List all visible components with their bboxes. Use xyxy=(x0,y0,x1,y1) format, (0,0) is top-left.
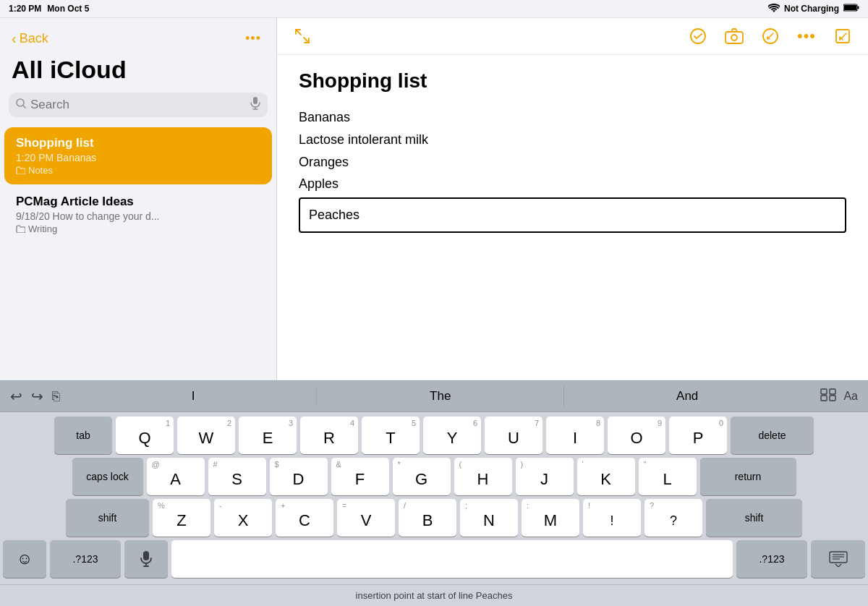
checklist-icon[interactable] xyxy=(687,25,709,47)
autocomplete-word-1[interactable]: I xyxy=(70,386,317,406)
key-H[interactable]: (H xyxy=(454,458,512,495)
note-detail: ••• Shopping list Bananas Lactose intole… xyxy=(277,18,868,380)
key-I[interactable]: 8I xyxy=(546,417,604,454)
expand-icon[interactable] xyxy=(292,25,313,47)
copy-icon[interactable]: ⎘ xyxy=(52,389,60,404)
key-N[interactable]: ;N xyxy=(460,499,518,537)
note-item-pcmag[interactable]: PCMag Article Ideas 9/18/20 How to chang… xyxy=(4,186,272,243)
note-item-title: Shopping list xyxy=(16,136,260,150)
autocomplete-word-3[interactable]: And xyxy=(564,386,810,406)
key-U[interactable]: 7U xyxy=(485,417,542,454)
key-S[interactable]: #S xyxy=(208,458,266,495)
key-exclaim[interactable]: !! xyxy=(583,499,641,537)
font-size-icon[interactable]: Aa xyxy=(843,390,858,403)
status-bar: 1:20 PM Mon Oct 5 Not Charging xyxy=(0,0,868,18)
search-input[interactable] xyxy=(30,98,246,112)
shift-right-key[interactable]: shift xyxy=(706,499,802,537)
key-question[interactable]: ?? xyxy=(644,499,702,537)
sidebar-header: ‹ Back ••• xyxy=(0,18,276,56)
key-J[interactable]: )J xyxy=(516,458,574,495)
back-button[interactable]: ‹ Back xyxy=(12,30,48,47)
numbers-key-right[interactable]: .?123 xyxy=(736,540,807,578)
status-left: 1:20 PM Mon Oct 5 xyxy=(9,4,89,14)
battery-label: Not Charging xyxy=(784,4,839,14)
svg-rect-27 xyxy=(143,551,149,560)
emoji-key[interactable]: ☺ xyxy=(3,540,46,578)
time: 1:20 PM xyxy=(9,4,41,14)
return-key[interactable]: return xyxy=(700,458,796,495)
key-V[interactable]: =V xyxy=(337,499,395,537)
key-Q[interactable]: 1Q xyxy=(116,417,174,454)
note-toolbar: ••• xyxy=(277,18,868,55)
status-right: Not Charging xyxy=(768,4,859,14)
autocomplete-word-2[interactable]: The xyxy=(317,386,563,406)
key-E[interactable]: 3E xyxy=(239,417,297,454)
key-G[interactable]: *G xyxy=(393,458,451,495)
svg-line-22 xyxy=(840,33,846,40)
more-icon[interactable]: ••• xyxy=(796,25,817,47)
pencil-circle-icon[interactable] xyxy=(760,25,781,47)
svg-rect-23 xyxy=(821,389,827,394)
back-chevron-icon: ‹ xyxy=(12,30,17,47)
note-line-selected[interactable]: Peaches xyxy=(309,208,359,222)
svg-line-13 xyxy=(304,38,309,43)
delete-key[interactable]: delete xyxy=(731,417,814,454)
key-A[interactable]: @A xyxy=(147,458,205,495)
note-body[interactable]: Bananas Lactose intolerant milk Oranges … xyxy=(299,107,846,233)
search-bar[interactable] xyxy=(9,93,268,117)
key-row-3: shift %Z -X +C =V /B ;N :M !! ?? shift xyxy=(3,499,865,537)
key-B[interactable]: /B xyxy=(399,499,456,537)
compose-icon[interactable] xyxy=(832,25,854,47)
undo-icon[interactable]: ↩ xyxy=(10,388,22,405)
key-O[interactable]: 9O xyxy=(608,417,665,454)
svg-rect-26 xyxy=(830,396,835,401)
key-W[interactable]: 2W xyxy=(177,417,235,454)
key-X[interactable]: -X xyxy=(214,499,272,537)
autocomplete-suggestions: I The And xyxy=(70,386,810,406)
key-K[interactable]: 'K xyxy=(577,458,635,495)
main-area: ‹ Back ••• All iCloud Shopping list 1:20… xyxy=(0,18,868,380)
key-row-4: ☺ .?123 .?123 xyxy=(3,540,865,578)
note-line-4: Apples xyxy=(299,174,846,195)
note-title: Shopping list xyxy=(299,69,846,93)
wifi-icon xyxy=(768,4,780,14)
status-message: insertion point at start of line Peaches xyxy=(356,590,513,601)
key-R[interactable]: 4R xyxy=(300,417,358,454)
key-P[interactable]: 0P xyxy=(669,417,727,454)
svg-rect-24 xyxy=(830,389,835,394)
svg-line-4 xyxy=(23,106,25,108)
sidebar-more-button[interactable]: ••• xyxy=(242,27,265,50)
note-list: Shopping list 1:20 PM Bananas Notes PCMa… xyxy=(0,126,276,380)
key-M[interactable]: :M xyxy=(522,499,579,537)
mic-icon xyxy=(250,97,260,113)
note-item-shopping[interactable]: Shopping list 1:20 PM Bananas Notes xyxy=(4,127,272,184)
sidebar: ‹ Back ••• All iCloud Shopping list 1:20… xyxy=(0,18,277,380)
key-D[interactable]: $D xyxy=(270,458,328,495)
toolbar-left xyxy=(292,25,313,47)
toolbar-right: ••• xyxy=(687,25,854,47)
key-Y[interactable]: 6Y xyxy=(423,417,481,454)
note-item-folder: Writing xyxy=(16,223,260,234)
mic-key[interactable] xyxy=(124,540,168,578)
svg-rect-2 xyxy=(844,5,856,10)
svg-point-14 xyxy=(691,29,705,43)
key-Z[interactable]: %Z xyxy=(153,499,210,537)
shift-left-key[interactable]: shift xyxy=(66,499,149,537)
tab-key[interactable]: tab xyxy=(54,417,112,454)
note-item-title: PCMag Article Ideas xyxy=(16,195,260,209)
space-key[interactable] xyxy=(171,540,733,578)
camera-icon[interactable] xyxy=(723,25,745,47)
capslock-key[interactable]: caps lock xyxy=(72,458,143,495)
note-item-meta: 1:20 PM Bananas xyxy=(16,152,260,163)
redo-icon[interactable]: ↪ xyxy=(31,388,43,405)
hide-keyboard-key[interactable] xyxy=(811,540,865,578)
key-L[interactable]: "L xyxy=(639,458,697,495)
key-F[interactable]: &F xyxy=(331,458,389,495)
numbers-key-left[interactable]: .?123 xyxy=(50,540,121,578)
svg-rect-1 xyxy=(858,7,859,9)
key-C[interactable]: +C xyxy=(276,499,333,537)
key-row-2: caps lock @A #S $D &F *G (H )J 'K "L ret… xyxy=(3,458,865,495)
keyboard-grid-icon[interactable] xyxy=(820,388,836,405)
note-line-1: Bananas xyxy=(299,107,846,128)
key-T[interactable]: 5T xyxy=(362,417,420,454)
